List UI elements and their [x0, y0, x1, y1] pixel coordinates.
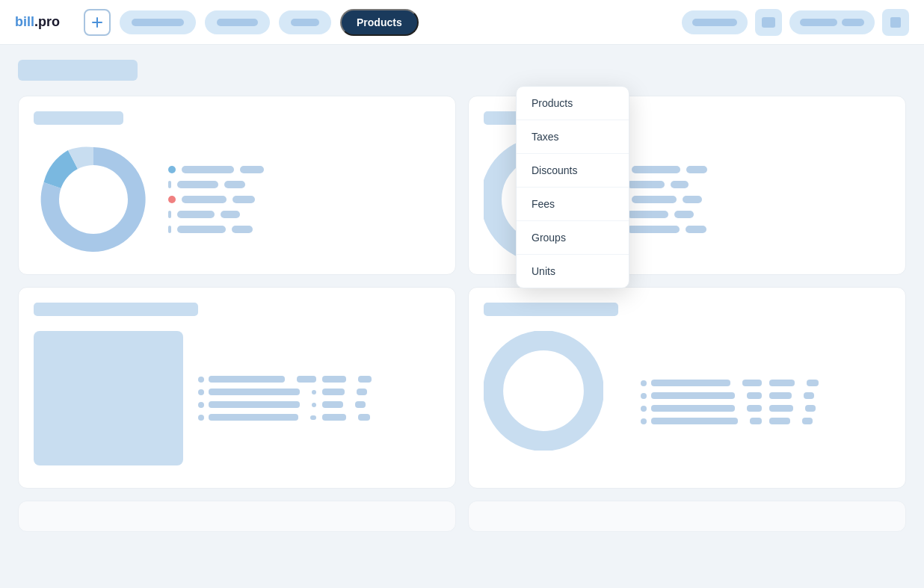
dropdown-label-taxes: Taxes: [532, 131, 559, 143]
c3-r1: [198, 376, 316, 383]
c2-bar-4: [627, 211, 668, 218]
c4-r4: [641, 418, 762, 424]
c3-v6b: [357, 389, 367, 395]
c2-val-4: [674, 211, 694, 218]
legend-bar-2a: [177, 181, 218, 188]
c3-v8b: [358, 414, 370, 421]
c3-v4: [310, 415, 316, 420]
c3-d4: [198, 415, 204, 421]
c3-v5: [322, 376, 346, 383]
c3-d2: [198, 389, 204, 395]
dropdown-label-fees: Fees: [532, 198, 555, 210]
nav-item-2[interactable]: [205, 10, 270, 34]
card-3-content: [34, 331, 440, 465]
svg-point-6: [508, 356, 579, 426]
card-4-content: [484, 331, 890, 473]
c4-v4: [750, 418, 762, 424]
legend-bar-4a: [177, 211, 215, 218]
card-3-title: [34, 303, 198, 316]
legend-val-3a: [232, 196, 255, 203]
dropdown-item-products[interactable]: Products: [517, 87, 629, 120]
legend-line-2: [168, 181, 171, 188]
legend-row-2: [168, 181, 440, 188]
legend-dot-1: [168, 166, 176, 173]
c2-legend-row-1: [618, 166, 890, 173]
header-icon-1[interactable]: [755, 9, 782, 36]
legend-row-3: [168, 196, 440, 203]
c4-r6: [769, 392, 890, 399]
c4-col-1: [641, 380, 762, 424]
c2-val-5: [686, 226, 706, 233]
legend-val-1a: [240, 166, 264, 173]
dropdown-item-groups[interactable]: Groups: [517, 221, 629, 255]
legend-row-4: [168, 211, 440, 218]
c3-r4: [198, 414, 316, 421]
plus-icon: [91, 16, 103, 28]
legend-bar-1a: [182, 166, 234, 173]
card-1-chart: [34, 140, 153, 259]
card-2-legend: [618, 166, 890, 233]
c2-bar-2: [627, 181, 665, 188]
dropdown-label-discounts: Discounts: [532, 164, 577, 176]
c4-b4: [651, 418, 738, 424]
card-3-chart: [34, 331, 183, 465]
header-right-pill[interactable]: [682, 10, 748, 34]
c2-val-2: [671, 181, 689, 188]
card-1-content: [34, 140, 440, 259]
svg-point-2: [59, 165, 128, 234]
bottom-card-right: [468, 501, 906, 532]
c3-r7: [322, 401, 440, 408]
c3-b2: [209, 389, 300, 395]
c4-d1: [641, 380, 647, 386]
donut-svg-1: [34, 140, 153, 259]
card-3-col-1: [198, 376, 316, 421]
legend-bar-3a: [182, 196, 227, 203]
add-button[interactable]: [84, 9, 111, 36]
dropdown-item-fees[interactable]: Fees: [517, 188, 629, 221]
c4-r8: [769, 418, 890, 424]
nav-label-1: [132, 19, 184, 26]
card-4-legend: [641, 380, 890, 424]
c2-legend-row-4: [618, 211, 890, 218]
card-3-legend: [198, 376, 440, 421]
legend-val-5a: [232, 226, 253, 233]
c4-v2: [747, 392, 762, 399]
nav-label-2: [217, 19, 258, 26]
card-4: [468, 287, 906, 489]
page-title: [18, 60, 138, 81]
dropdown-label-groups: Groups: [532, 232, 566, 244]
c3-v2: [312, 390, 316, 394]
legend-dot-3: [168, 196, 176, 203]
c4-v3: [747, 405, 762, 412]
c4-col-2: [769, 380, 890, 424]
c3-v8: [322, 414, 346, 421]
c4-v1: [742, 380, 762, 386]
dropdown-item-taxes[interactable]: Taxes: [517, 120, 629, 154]
c4-d2: [641, 393, 647, 399]
main-page: Products Taxes Discounts Fees Groups Uni…: [0, 45, 924, 547]
dropdown-item-discounts[interactable]: Discounts: [517, 154, 629, 188]
c2-val-1: [686, 166, 707, 173]
c3-v1: [297, 376, 316, 383]
c3-r3: [198, 401, 316, 408]
c4-r7: [769, 405, 890, 412]
c3-v3: [312, 403, 316, 407]
products-nav-button[interactable]: Products: [340, 9, 419, 36]
brand-logo: bill.pro: [15, 14, 60, 30]
header-wide-pill[interactable]: [789, 10, 875, 34]
c4-b3: [651, 405, 735, 412]
c3-v6: [322, 389, 345, 395]
header-right-label: [692, 19, 737, 26]
nav-item-3[interactable]: [279, 10, 331, 34]
nav-label-3: [291, 19, 319, 26]
card-3-col-2: [322, 376, 440, 421]
c3-d3: [198, 402, 204, 408]
legend-val-2a: [224, 181, 245, 188]
dropdown-label-units: Units: [532, 265, 555, 277]
c4-d3: [641, 406, 647, 412]
dropdown-label-products: Products: [532, 97, 573, 109]
header-icon-2[interactable]: [882, 9, 909, 36]
c4-r2: [641, 392, 762, 399]
nav-item-1[interactable]: [120, 10, 196, 34]
dropdown-item-units[interactable]: Units: [517, 255, 629, 288]
